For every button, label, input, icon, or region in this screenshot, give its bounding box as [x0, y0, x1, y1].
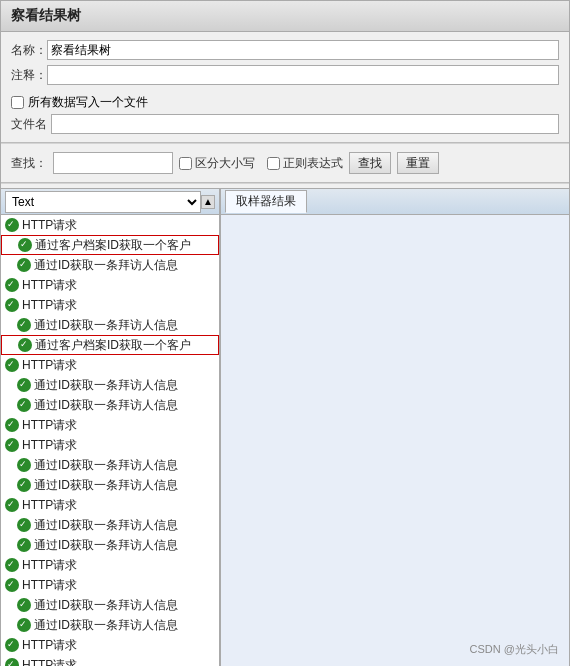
list-item[interactable]: 通过ID获取一条拜访人信息 — [1, 315, 219, 335]
status-icon — [5, 438, 19, 452]
file-name-input[interactable] — [51, 114, 559, 134]
list-item[interactable]: 通过ID获取一条拜访人信息 — [1, 615, 219, 635]
status-icon — [17, 478, 31, 492]
left-panel-list[interactable]: HTTP请求通过客户档案ID获取一个客户通过ID获取一条拜访人信息HTTP请求H… — [1, 215, 219, 666]
text-dropdown[interactable]: Text — [5, 191, 201, 213]
list-item-label: 通过ID获取一条拜访人信息 — [34, 477, 178, 494]
all-data-label: 所有数据写入一个文件 — [28, 94, 148, 111]
list-item[interactable]: HTTP请求 — [1, 295, 219, 315]
list-item[interactable]: 通过客户档案ID获取一个客户 — [1, 335, 219, 355]
list-item-label: 通过ID获取一条拜访人信息 — [34, 257, 178, 274]
list-item[interactable]: HTTP请求 — [1, 495, 219, 515]
list-item[interactable]: 通过ID获取一条拜访人信息 — [1, 455, 219, 475]
search-label: 查找： — [11, 155, 47, 172]
list-item[interactable]: HTTP请求 — [1, 415, 219, 435]
status-icon — [17, 538, 31, 552]
regex-checkbox[interactable] — [267, 157, 280, 170]
status-icon — [17, 398, 31, 412]
status-icon — [18, 238, 32, 252]
file-name-label: 文件名 — [11, 116, 47, 133]
all-data-row: 所有数据写入一个文件 — [11, 94, 559, 111]
list-item-label: 通过ID获取一条拜访人信息 — [34, 397, 178, 414]
watermark: CSDN @光头小白 — [470, 642, 559, 657]
list-item[interactable]: HTTP请求 — [1, 275, 219, 295]
right-content — [221, 215, 569, 666]
list-item-label: HTTP请求 — [22, 557, 77, 574]
search-input[interactable] — [53, 152, 173, 174]
all-data-checkbox[interactable] — [11, 96, 24, 109]
left-panel-header: Text ▲ — [1, 189, 219, 215]
list-item[interactable]: HTTP请求 — [1, 355, 219, 375]
list-item-label: 通过ID获取一条拜访人信息 — [34, 597, 178, 614]
list-item[interactable]: HTTP请求 — [1, 575, 219, 595]
list-item-label: HTTP请求 — [22, 297, 77, 314]
status-icon — [5, 418, 19, 432]
comment-input[interactable] — [47, 65, 559, 85]
left-panel: Text ▲ HTTP请求通过客户档案ID获取一个客户通过ID获取一条拜访人信息… — [1, 189, 221, 666]
window-title: 察看结果树 — [11, 7, 81, 23]
file-section: 所有数据写入一个文件 文件名 — [1, 94, 569, 138]
right-panel: 取样器结果 — [221, 189, 569, 666]
name-row: 名称： — [11, 40, 559, 60]
list-item-label: HTTP请求 — [22, 357, 77, 374]
regex-label: 正则表达式 — [283, 155, 343, 172]
case-sensitive-label: 区分大小写 — [195, 155, 255, 172]
list-item-label: 通过ID获取一条拜访人信息 — [34, 617, 178, 634]
divider-2 — [1, 182, 569, 184]
list-item[interactable]: 通过ID获取一条拜访人信息 — [1, 255, 219, 275]
list-item-label: HTTP请求 — [22, 497, 77, 514]
list-item[interactable]: 通过ID获取一条拜访人信息 — [1, 535, 219, 555]
search-options: 区分大小写 正则表达式 — [179, 155, 343, 172]
list-item-label: 通过ID获取一条拜访人信息 — [34, 517, 178, 534]
list-item-label: 通过客户档案ID获取一个客户 — [35, 337, 191, 354]
list-item[interactable]: 通过ID获取一条拜访人信息 — [1, 395, 219, 415]
status-icon — [5, 638, 19, 652]
list-item[interactable]: 通过ID获取一条拜访人信息 — [1, 595, 219, 615]
name-input[interactable] — [47, 40, 559, 60]
regex-option: 正则表达式 — [267, 155, 343, 172]
case-sensitive-checkbox[interactable] — [179, 157, 192, 170]
case-sensitive-option: 区分大小写 — [179, 155, 255, 172]
status-icon — [17, 258, 31, 272]
status-icon — [5, 298, 19, 312]
comment-row: 注释： — [11, 65, 559, 85]
list-item-label: HTTP请求 — [22, 437, 77, 454]
list-item-label: HTTP请求 — [22, 657, 77, 667]
status-icon — [5, 578, 19, 592]
list-item[interactable]: HTTP请求 — [1, 635, 219, 655]
status-icon — [5, 558, 19, 572]
status-icon — [18, 338, 32, 352]
list-item[interactable]: HTTP请求 — [1, 655, 219, 666]
list-item[interactable]: HTTP请求 — [1, 215, 219, 235]
list-item[interactable]: 通过客户档案ID获取一个客户 — [1, 235, 219, 255]
list-item[interactable]: HTTP请求 — [1, 555, 219, 575]
sampler-result-tab[interactable]: 取样器结果 — [225, 190, 307, 213]
status-icon — [5, 658, 19, 666]
name-label: 名称： — [11, 42, 47, 59]
status-icon — [17, 458, 31, 472]
list-item[interactable]: 通过ID获取一条拜访人信息 — [1, 475, 219, 495]
reset-button[interactable]: 重置 — [397, 152, 439, 174]
list-item-label: 通过客户档案ID获取一个客户 — [35, 237, 191, 254]
status-icon — [17, 318, 31, 332]
status-icon — [17, 518, 31, 532]
comment-label: 注释： — [11, 67, 47, 84]
list-item[interactable]: 通过ID获取一条拜访人信息 — [1, 515, 219, 535]
search-button[interactable]: 查找 — [349, 152, 391, 174]
list-item-label: 通过ID获取一条拜访人信息 — [34, 537, 178, 554]
list-item[interactable]: HTTP请求 — [1, 435, 219, 455]
list-item-label: HTTP请求 — [22, 277, 77, 294]
status-icon — [17, 618, 31, 632]
list-item[interactable]: 通过ID获取一条拜访人信息 — [1, 375, 219, 395]
list-item-label: 通过ID获取一条拜访人信息 — [34, 457, 178, 474]
right-panel-header: 取样器结果 — [221, 189, 569, 215]
list-item-label: HTTP请求 — [22, 577, 77, 594]
status-icon — [5, 358, 19, 372]
divider-1 — [1, 142, 569, 144]
form-section: 名称： 注释： — [1, 32, 569, 94]
list-item-label: 通过ID获取一条拜访人信息 — [34, 317, 178, 334]
file-name-row: 文件名 — [11, 114, 559, 134]
scroll-up-arrow[interactable]: ▲ — [201, 195, 215, 209]
status-icon — [5, 218, 19, 232]
list-item-label: HTTP请求 — [22, 637, 77, 654]
